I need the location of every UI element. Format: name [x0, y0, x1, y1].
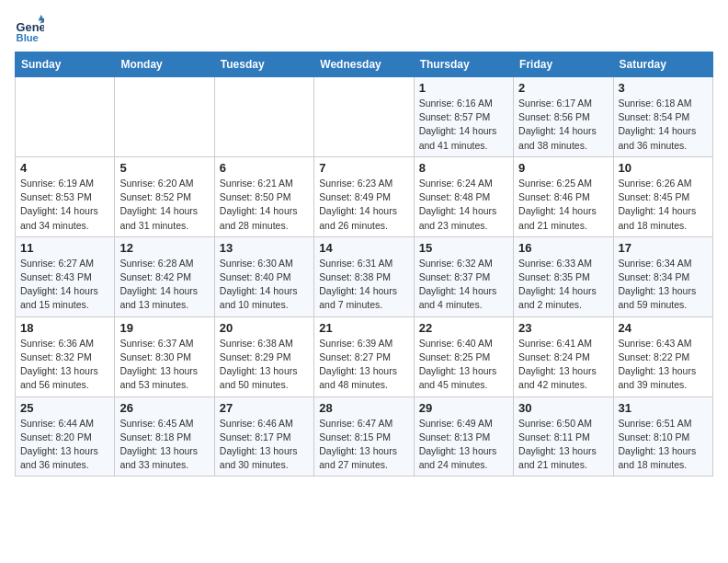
day-number: 11 — [20, 241, 109, 255]
calendar-cell: 27Sunrise: 6:46 AM Sunset: 8:17 PM Dayli… — [214, 396, 313, 477]
col-header-thursday: Thursday — [414, 52, 513, 77]
day-info: Sunrise: 6:28 AM Sunset: 8:42 PM Dayligh… — [119, 257, 209, 313]
day-info: Sunrise: 6:18 AM Sunset: 8:54 PM Dayligh… — [619, 97, 708, 153]
day-info: Sunrise: 6:49 AM Sunset: 8:13 PM Dayligh… — [419, 417, 508, 473]
day-number: 12 — [119, 241, 209, 255]
logo: General Blue — [15, 15, 48, 44]
day-number: 21 — [319, 321, 408, 335]
calendar-cell — [16, 77, 115, 157]
calendar-cell: 13Sunrise: 6:30 AM Sunset: 8:40 PM Dayli… — [214, 236, 313, 316]
day-number: 20 — [220, 321, 309, 335]
calendar-cell: 9Sunrise: 6:25 AM Sunset: 8:46 PM Daylig… — [514, 156, 613, 236]
day-number: 28 — [319, 401, 408, 415]
day-info: Sunrise: 6:30 AM Sunset: 8:40 PM Dayligh… — [220, 257, 309, 313]
day-number: 9 — [518, 161, 608, 175]
day-info: Sunrise: 6:26 AM Sunset: 8:45 PM Dayligh… — [619, 177, 708, 233]
day-info: Sunrise: 6:50 AM Sunset: 8:11 PM Dayligh… — [518, 417, 608, 473]
day-number: 8 — [419, 161, 508, 175]
calendar-cell: 23Sunrise: 6:41 AM Sunset: 8:24 PM Dayli… — [514, 316, 613, 396]
col-header-friday: Friday — [514, 52, 613, 77]
day-info: Sunrise: 6:39 AM Sunset: 8:27 PM Dayligh… — [319, 337, 408, 393]
calendar-header-row: SundayMondayTuesdayWednesdayThursdayFrid… — [16, 52, 713, 77]
calendar-cell: 19Sunrise: 6:37 AM Sunset: 8:30 PM Dayli… — [115, 316, 214, 396]
col-header-wednesday: Wednesday — [314, 52, 414, 77]
page-header: General Blue — [15, 15, 713, 44]
day-info: Sunrise: 6:34 AM Sunset: 8:34 PM Dayligh… — [619, 257, 708, 313]
calendar-cell: 3Sunrise: 6:18 AM Sunset: 8:54 PM Daylig… — [613, 77, 712, 157]
calendar-cell: 12Sunrise: 6:28 AM Sunset: 8:42 PM Dayli… — [115, 236, 214, 316]
day-number: 31 — [619, 401, 708, 415]
calendar-cell: 25Sunrise: 6:44 AM Sunset: 8:20 PM Dayli… — [16, 396, 115, 477]
calendar-cell: 16Sunrise: 6:33 AM Sunset: 8:35 PM Dayli… — [514, 236, 613, 316]
calendar-cell: 20Sunrise: 6:38 AM Sunset: 8:29 PM Dayli… — [214, 316, 313, 396]
svg-text:Blue: Blue — [17, 32, 39, 43]
calendar-cell: 29Sunrise: 6:49 AM Sunset: 8:13 PM Dayli… — [414, 396, 513, 477]
calendar-cell: 5Sunrise: 6:20 AM Sunset: 8:52 PM Daylig… — [115, 156, 214, 236]
col-header-tuesday: Tuesday — [214, 52, 313, 77]
day-info: Sunrise: 6:44 AM Sunset: 8:20 PM Dayligh… — [20, 417, 109, 473]
day-number: 27 — [220, 401, 309, 415]
day-info: Sunrise: 6:41 AM Sunset: 8:24 PM Dayligh… — [518, 337, 608, 393]
calendar-week-2: 4Sunrise: 6:19 AM Sunset: 8:53 PM Daylig… — [16, 156, 713, 236]
day-number: 4 — [20, 161, 109, 175]
day-number: 22 — [419, 321, 508, 335]
day-info: Sunrise: 6:45 AM Sunset: 8:18 PM Dayligh… — [119, 417, 209, 473]
day-info: Sunrise: 6:38 AM Sunset: 8:29 PM Dayligh… — [220, 337, 309, 393]
calendar-cell: 10Sunrise: 6:26 AM Sunset: 8:45 PM Dayli… — [613, 156, 712, 236]
day-info: Sunrise: 6:25 AM Sunset: 8:46 PM Dayligh… — [518, 177, 608, 233]
calendar-cell: 11Sunrise: 6:27 AM Sunset: 8:43 PM Dayli… — [16, 236, 115, 316]
calendar-cell — [214, 77, 313, 157]
day-number: 2 — [518, 81, 608, 95]
day-number: 26 — [119, 401, 209, 415]
calendar-cell: 21Sunrise: 6:39 AM Sunset: 8:27 PM Dayli… — [314, 316, 414, 396]
day-number: 24 — [619, 321, 708, 335]
day-number: 19 — [119, 321, 209, 335]
calendar-cell: 22Sunrise: 6:40 AM Sunset: 8:25 PM Dayli… — [414, 316, 513, 396]
day-number: 6 — [220, 161, 309, 175]
calendar-week-4: 18Sunrise: 6:36 AM Sunset: 8:32 PM Dayli… — [16, 316, 713, 396]
calendar-cell — [115, 77, 214, 157]
calendar-cell: 18Sunrise: 6:36 AM Sunset: 8:32 PM Dayli… — [16, 316, 115, 396]
day-info: Sunrise: 6:32 AM Sunset: 8:37 PM Dayligh… — [419, 257, 508, 313]
calendar-cell: 28Sunrise: 6:47 AM Sunset: 8:15 PM Dayli… — [314, 396, 414, 477]
calendar-cell: 6Sunrise: 6:21 AM Sunset: 8:50 PM Daylig… — [214, 156, 313, 236]
day-info: Sunrise: 6:20 AM Sunset: 8:52 PM Dayligh… — [119, 177, 209, 233]
calendar-week-5: 25Sunrise: 6:44 AM Sunset: 8:20 PM Dayli… — [16, 396, 713, 477]
day-number: 10 — [619, 161, 708, 175]
day-info: Sunrise: 6:27 AM Sunset: 8:43 PM Dayligh… — [20, 257, 109, 313]
day-info: Sunrise: 6:36 AM Sunset: 8:32 PM Dayligh… — [20, 337, 109, 393]
calendar-cell: 31Sunrise: 6:51 AM Sunset: 8:10 PM Dayli… — [613, 396, 712, 477]
col-header-sunday: Sunday — [16, 52, 115, 77]
day-info: Sunrise: 6:21 AM Sunset: 8:50 PM Dayligh… — [220, 177, 309, 233]
day-info: Sunrise: 6:31 AM Sunset: 8:38 PM Dayligh… — [319, 257, 408, 313]
calendar-cell: 4Sunrise: 6:19 AM Sunset: 8:53 PM Daylig… — [16, 156, 115, 236]
day-number: 23 — [518, 321, 608, 335]
day-number: 3 — [619, 81, 708, 95]
calendar-cell: 26Sunrise: 6:45 AM Sunset: 8:18 PM Dayli… — [115, 396, 214, 477]
day-info: Sunrise: 6:19 AM Sunset: 8:53 PM Dayligh… — [20, 177, 109, 233]
col-header-saturday: Saturday — [613, 52, 712, 77]
day-info: Sunrise: 6:33 AM Sunset: 8:35 PM Dayligh… — [518, 257, 608, 313]
calendar-cell: 7Sunrise: 6:23 AM Sunset: 8:49 PM Daylig… — [314, 156, 414, 236]
day-info: Sunrise: 6:51 AM Sunset: 8:10 PM Dayligh… — [619, 417, 708, 473]
calendar-cell: 2Sunrise: 6:17 AM Sunset: 8:56 PM Daylig… — [514, 77, 613, 157]
day-number: 17 — [619, 241, 708, 255]
day-number: 30 — [518, 401, 608, 415]
calendar-cell: 1Sunrise: 6:16 AM Sunset: 8:57 PM Daylig… — [414, 77, 513, 157]
day-number: 13 — [220, 241, 309, 255]
day-number: 15 — [419, 241, 508, 255]
day-info: Sunrise: 6:43 AM Sunset: 8:22 PM Dayligh… — [619, 337, 708, 393]
day-info: Sunrise: 6:40 AM Sunset: 8:25 PM Dayligh… — [419, 337, 508, 393]
day-info: Sunrise: 6:17 AM Sunset: 8:56 PM Dayligh… — [518, 97, 608, 153]
day-info: Sunrise: 6:16 AM Sunset: 8:57 PM Dayligh… — [419, 97, 508, 153]
day-info: Sunrise: 6:46 AM Sunset: 8:17 PM Dayligh… — [220, 417, 309, 473]
calendar-cell — [314, 77, 414, 157]
logo-icon: General Blue — [15, 15, 44, 44]
calendar-cell: 24Sunrise: 6:43 AM Sunset: 8:22 PM Dayli… — [613, 316, 712, 396]
calendar-cell: 30Sunrise: 6:50 AM Sunset: 8:11 PM Dayli… — [514, 396, 613, 477]
day-number: 14 — [319, 241, 408, 255]
day-info: Sunrise: 6:37 AM Sunset: 8:30 PM Dayligh… — [119, 337, 209, 393]
day-number: 5 — [119, 161, 209, 175]
day-number: 1 — [419, 81, 508, 95]
calendar-cell: 14Sunrise: 6:31 AM Sunset: 8:38 PM Dayli… — [314, 236, 414, 316]
